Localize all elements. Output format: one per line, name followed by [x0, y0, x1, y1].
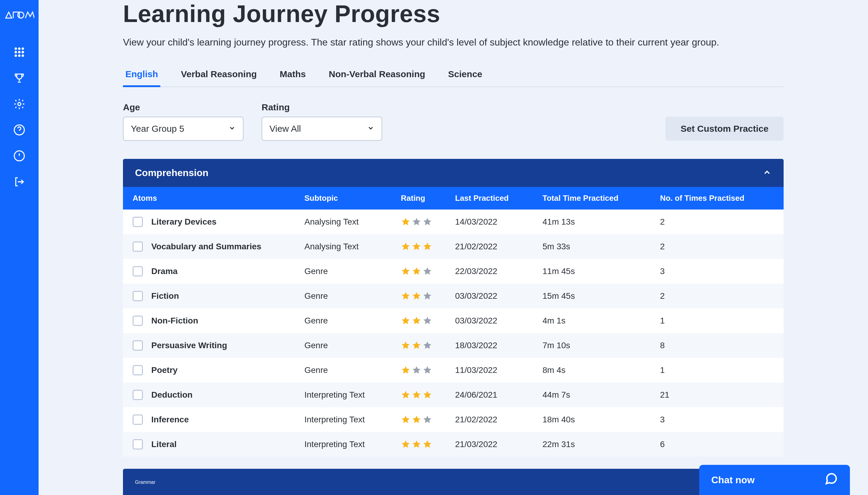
atom-label: Fiction	[151, 291, 179, 301]
page-title: Learning Journey Progress	[123, 0, 784, 28]
age-select[interactable]: Year Group 5	[123, 117, 244, 141]
tab-maths[interactable]: Maths	[277, 63, 308, 86]
atom-cell: Vocabulary and Summaries	[133, 241, 305, 252]
star-icon	[412, 217, 421, 227]
star-icon	[401, 291, 411, 301]
row-checkbox[interactable]	[133, 390, 143, 400]
last-practiced-cell: 03/03/2022	[455, 291, 542, 301]
star-icon	[422, 341, 432, 350]
last-practiced-cell: 21/02/2022	[455, 415, 542, 425]
tab-science[interactable]: Science	[446, 63, 485, 86]
total-time-cell: 15m 45s	[542, 291, 660, 301]
row-checkbox[interactable]	[133, 340, 143, 351]
gear-icon[interactable]	[12, 97, 26, 111]
subtopic-cell: Genre	[305, 267, 401, 276]
section-header-grammar[interactable]: Grammar	[123, 469, 784, 495]
section-header-comprehension[interactable]: Comprehension	[123, 159, 784, 187]
atom-cell: Inference	[133, 414, 305, 425]
logo[interactable]	[4, 9, 34, 21]
help-icon[interactable]	[12, 123, 26, 137]
atom-label: Non-Fiction	[151, 316, 198, 326]
atom-label: Inference	[151, 415, 189, 425]
col-times-practised: No. of Times Practised	[660, 193, 765, 203]
table-body: Literary DevicesAnalysing Text14/03/2022…	[123, 209, 784, 457]
atom-cell: Drama	[133, 266, 305, 276]
subtopic-cell: Genre	[305, 341, 401, 350]
rating-stars	[401, 415, 455, 425]
row-checkbox[interactable]	[133, 365, 143, 375]
row-checkbox[interactable]	[133, 266, 143, 276]
atom-label: Persuasive Writing	[151, 341, 227, 350]
atom-cell: Literary Devices	[133, 217, 305, 227]
star-icon	[412, 440, 421, 449]
star-icon	[412, 390, 421, 400]
set-custom-practice-button[interactable]: Set Custom Practice	[665, 117, 784, 141]
star-icon	[412, 242, 421, 252]
total-time-cell: 7m 10s	[542, 341, 660, 350]
col-total-time: Total Time Practiced	[542, 193, 660, 203]
table-row: Vocabulary and SummariesAnalysing Text21…	[123, 234, 784, 259]
row-checkbox[interactable]	[133, 414, 143, 425]
tab-english[interactable]: English	[123, 63, 160, 86]
last-practiced-cell: 22/03/2022	[455, 267, 542, 276]
trophy-icon[interactable]	[12, 71, 26, 85]
times-practised-cell: 3	[660, 415, 765, 425]
atom-cell: Literal	[133, 439, 305, 449]
star-icon	[422, 415, 432, 425]
star-icon	[412, 341, 421, 350]
subtopic-cell: Genre	[305, 291, 401, 301]
star-icon	[401, 267, 411, 276]
last-practiced-cell: 21/03/2022	[455, 440, 542, 449]
times-practised-cell: 1	[660, 316, 765, 326]
age-value: Year Group 5	[131, 124, 184, 134]
rating-filter: Rating View All	[262, 102, 382, 141]
subtopic-cell: Genre	[305, 365, 401, 375]
row-checkbox[interactable]	[133, 439, 143, 449]
row-checkbox[interactable]	[133, 315, 143, 326]
times-practised-cell: 21	[660, 390, 765, 400]
star-icon	[422, 242, 432, 252]
total-time-cell: 11m 45s	[542, 267, 660, 276]
total-time-cell: 18m 40s	[542, 415, 660, 425]
total-time-cell: 22m 31s	[542, 440, 660, 449]
star-icon	[412, 415, 421, 425]
atom-label: Literary Devices	[151, 217, 216, 227]
chevron-down-icon	[367, 124, 374, 134]
rating-select[interactable]: View All	[262, 117, 382, 141]
main-content: Learning Journey Progress View your chil…	[39, 0, 868, 495]
table-row: Literary DevicesAnalysing Text14/03/2022…	[123, 209, 784, 234]
last-practiced-cell: 24/06/2021	[455, 390, 542, 400]
atom-label: Vocabulary and Summaries	[151, 242, 261, 252]
table-row: InferenceInterpreting Text21/02/202218m …	[123, 407, 784, 432]
rating-stars	[401, 267, 455, 276]
logout-icon[interactable]	[12, 175, 26, 189]
atom-cell: Deduction	[133, 390, 305, 400]
table-row: FictionGenre03/03/202215m 45s2	[123, 284, 784, 308]
col-last-practiced: Last Practiced	[455, 193, 542, 203]
total-time-cell: 4m 1s	[542, 316, 660, 326]
atom-label: Poetry	[151, 365, 177, 375]
star-icon	[422, 217, 432, 227]
alert-icon[interactable]	[12, 149, 26, 163]
section-title: Grammar	[135, 480, 156, 485]
row-checkbox[interactable]	[133, 291, 143, 301]
svg-point-5	[22, 51, 24, 53]
atom-cell: Fiction	[133, 291, 305, 301]
times-practised-cell: 1	[660, 365, 765, 375]
tab-verbal-reasoning[interactable]: Verbal Reasoning	[178, 63, 259, 86]
rating-value: View All	[270, 124, 301, 134]
atom-cell: Non-Fiction	[133, 315, 305, 326]
last-practiced-cell: 18/03/2022	[455, 341, 542, 350]
tab-non-verbal-reasoning[interactable]: Non-Verbal Reasoning	[326, 63, 428, 86]
row-checkbox[interactable]	[133, 217, 143, 227]
table-row: Non-FictionGenre03/03/20224m 1s1	[123, 308, 784, 333]
rating-stars	[401, 242, 455, 252]
apps-icon[interactable]	[12, 45, 26, 59]
table-row: PoetryGenre11/03/20228m 4s1	[123, 358, 784, 382]
star-icon	[412, 316, 421, 326]
rating-stars	[401, 316, 455, 326]
chat-widget[interactable]: Chat now	[699, 465, 850, 495]
row-checkbox[interactable]	[133, 241, 143, 252]
total-time-cell: 5m 33s	[542, 242, 660, 252]
page-subtitle: View your child's learning journey progr…	[123, 37, 784, 48]
